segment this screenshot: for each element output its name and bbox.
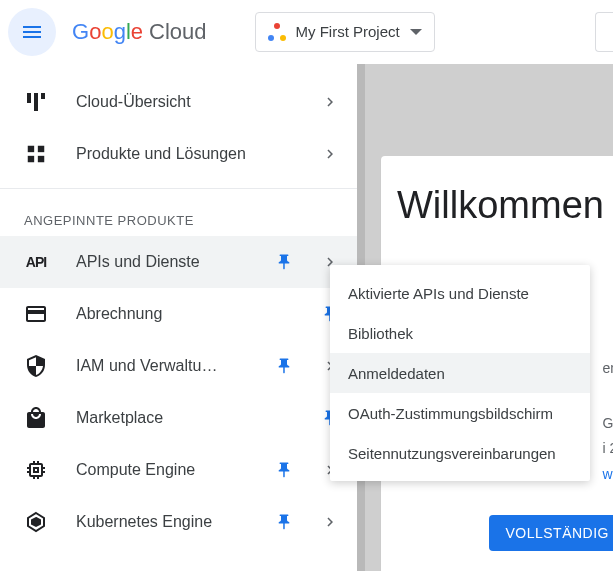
welcome-meta: en Gu i 20 we	[602, 356, 613, 487]
logo-cloud-text: Cloud	[149, 19, 206, 45]
submenu-item-library[interactable]: Bibliothek	[330, 313, 590, 353]
welcome-link[interactable]: we	[602, 466, 613, 482]
compute-icon	[24, 458, 48, 482]
sidebar-item-label: Cloud-Übersicht	[76, 93, 293, 111]
sidebar-item-billing[interactable]: Abrechnung	[0, 288, 357, 340]
submenu-item-oauth-consent[interactable]: OAuth-Zustimmungsbildschirm	[330, 393, 590, 433]
kubernetes-icon	[24, 510, 48, 534]
menu-button[interactable]	[8, 8, 56, 56]
sidebar-item-apis[interactable]: API APIs und Dienste	[0, 236, 357, 288]
project-icon	[268, 23, 286, 41]
sidebar-item-label: Kubernetes Engine	[76, 513, 247, 531]
sidebar-section-title: ANGEPINNTE PRODUKTE	[0, 197, 357, 236]
sidebar-item-overview[interactable]: Cloud-Übersicht	[0, 76, 357, 128]
google-cloud-logo[interactable]: Google Cloud	[72, 19, 207, 45]
products-icon	[24, 142, 48, 166]
svg-marker-8	[32, 518, 40, 526]
primary-button[interactable]: VOLLSTÄNDIG	[489, 515, 613, 551]
caret-down-icon	[410, 29, 422, 35]
project-picker[interactable]: My First Project	[255, 12, 435, 52]
sidebar-item-label: Marketplace	[76, 409, 293, 427]
submenu-item-page-usage[interactable]: Seitennutzungsvereinbarungen	[330, 433, 590, 473]
svg-rect-0	[27, 93, 31, 103]
sidebar-item-label: IAM und Verwaltu…	[76, 357, 247, 375]
divider	[0, 188, 357, 189]
sidebar-item-kubernetes[interactable]: Kubernetes Engine	[0, 496, 357, 548]
chevron-right-icon	[321, 93, 339, 111]
sidebar-item-label: Produkte und Lösungen	[76, 145, 293, 163]
welcome-title: Willkommen	[397, 184, 613, 227]
sidebar-item-label: APIs und Dienste	[76, 253, 247, 271]
sidebar-item-compute[interactable]: Compute Engine	[0, 444, 357, 496]
pin-icon[interactable]	[275, 461, 293, 479]
marketplace-icon	[24, 406, 48, 430]
api-icon: API	[24, 250, 48, 274]
pin-icon[interactable]	[275, 357, 293, 375]
billing-icon	[24, 302, 48, 326]
sidebar-item-label: Compute Engine	[76, 461, 247, 479]
svg-rect-6	[38, 156, 44, 162]
chevron-right-icon	[321, 513, 339, 531]
sidebar-item-products[interactable]: Produkte und Lösungen	[0, 128, 357, 180]
submenu-item-credentials[interactable]: Anmeldedaten	[330, 353, 590, 393]
chevron-right-icon	[321, 145, 339, 163]
overview-icon	[24, 90, 48, 114]
apis-submenu: Aktivierte APIs und Dienste Bibliothek A…	[330, 265, 590, 481]
svg-rect-2	[41, 93, 45, 99]
sidebar: Cloud-Übersicht Produkte und Lösungen AN…	[0, 64, 357, 571]
svg-rect-5	[28, 156, 34, 162]
svg-rect-3	[28, 146, 34, 152]
iam-icon	[24, 354, 48, 378]
sidebar-item-iam[interactable]: IAM und Verwaltu…	[0, 340, 357, 392]
project-name: My First Project	[296, 23, 400, 40]
submenu-item-enabled-apis[interactable]: Aktivierte APIs und Dienste	[330, 273, 590, 313]
hamburger-icon	[20, 20, 44, 44]
pin-icon[interactable]	[275, 253, 293, 271]
sidebar-item-label: Abrechnung	[76, 305, 293, 323]
header-right-button[interactable]	[595, 12, 613, 52]
svg-rect-1	[34, 93, 38, 111]
sidebar-item-marketplace[interactable]: Marketplace	[0, 392, 357, 444]
pin-icon[interactable]	[275, 513, 293, 531]
svg-rect-4	[38, 146, 44, 152]
